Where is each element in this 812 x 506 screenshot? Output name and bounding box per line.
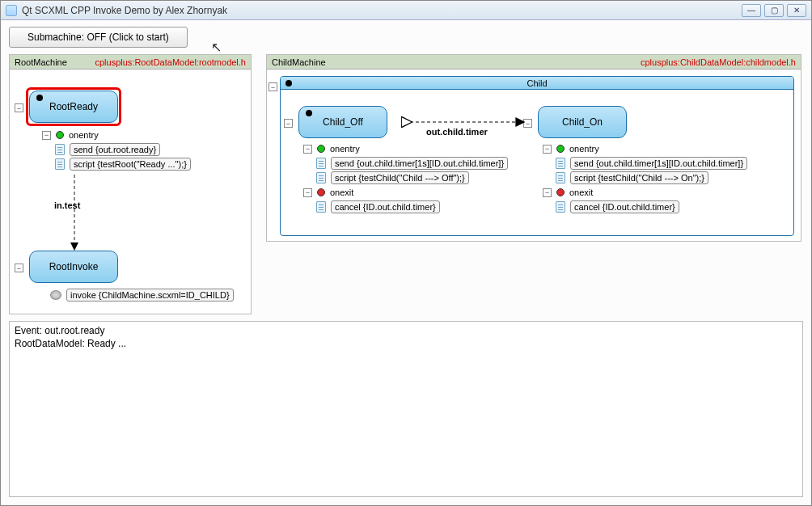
root-send-row: send {out.root.ready} [42,142,244,157]
off-send: send {out.child.timer[1s][ID.out.child.t… [331,157,508,170]
event-log[interactable]: Event: out.root.ready RootDataModel: Rea… [9,321,803,497]
tree-toggle[interactable]: − [303,145,312,154]
collapse-toggle[interactable]: − [269,82,277,91]
child-machine-panel: ChildMachine cplusplus:ChildDataModel:ch… [266,54,801,242]
initial-marker-icon [36,95,43,101]
on-script: script {testChild("Child ---> On");} [570,171,708,184]
close-button[interactable]: ✕ [787,4,806,17]
app-icon [6,5,17,16]
invoke-icon [50,290,61,300]
onentry-icon [556,145,565,153]
log-line: RootDataModel: Ready ... [15,338,797,351]
onentry-icon [56,131,64,139]
send-icon [556,158,565,169]
state-child-off-label: Child_Off [323,116,363,128]
script-icon [55,158,65,170]
tree-toggle[interactable]: − [543,188,552,197]
child-edge-label: out.child.timer [426,127,488,137]
submachine-toggle-button[interactable]: Submachine: OFF (Click to start) [9,27,188,48]
minimize-button[interactable]: — [742,4,761,17]
on-onexit: onexit [569,188,593,197]
collapse-toggle[interactable]: − [523,119,532,128]
onentry-icon [317,145,325,153]
root-invoke-row: invoke {ChildMachine.scxml=ID_CHILD} [42,288,234,302]
cancel-icon [556,201,565,213]
state-root-ready-label: RootReady [49,101,98,112]
off-onentry: onentry [330,144,360,154]
root-script-row: script {testRoot("Ready ...");} [42,157,244,171]
root-onentry-row: − onentry [42,128,244,142]
collapse-toggle[interactable]: − [15,103,23,112]
tree-toggle[interactable]: − [42,131,51,140]
off-script: script {testChild("Child ---> Off");} [331,171,469,184]
off-onexit: onexit [330,188,353,197]
root-panel-meta: cplusplus:RootDataModel:rootmodel.h [95,57,247,67]
client-area: Submachine: OFF (Click to start) ↖ RootM… [1,20,811,505]
child-panel-title: ChildMachine [272,57,326,67]
state-child-off[interactable]: Child_Off [298,106,387,138]
send-icon [55,144,65,155]
collapse-toggle[interactable]: − [284,119,293,128]
root-edge-label: in.test [54,200,80,210]
on-onentry: onentry [569,144,599,154]
titlebar[interactable]: Qt SCXML CPP Invoke Demo by Alex Zhornya… [1,1,811,20]
tree-toggle[interactable]: − [303,188,312,197]
state-root-invoke[interactable]: RootInvoke [29,251,118,283]
send-icon [316,158,326,169]
on-send: send {out.child.timer[1s][ID.out.child.t… [570,157,747,170]
compound-child-title: Child [527,78,547,88]
child-panel-meta: cplusplus:ChildDataModel:childmodel.h [641,57,796,67]
root-machine-panel: RootMachine cplusplus:RootDataModel:root… [9,54,252,314]
on-cancel: cancel {ID.out.child.timer} [570,200,679,213]
state-root-invoke-label: RootInvoke [49,261,99,272]
root-onentry-label: onentry [69,130,99,140]
root-send-text: send {out.root.ready} [70,143,160,156]
maximize-button[interactable]: ▢ [764,4,784,17]
compound-child: Child − Child_Off −onentry send {ou [280,76,794,236]
state-child-on[interactable]: Child_On [538,106,627,138]
state-child-on-label: Child_On [562,116,603,128]
script-icon [556,172,565,183]
onexit-icon [317,188,325,196]
initial-marker-icon [285,80,292,86]
cancel-icon [316,201,326,213]
tree-toggle[interactable]: − [543,145,552,154]
window-title: Qt SCXML CPP Invoke Demo by Alex Zhornya… [22,5,227,16]
root-script-text: script {testRoot("Ready ...");} [70,158,191,171]
onexit-icon [556,188,565,196]
initial-marker-icon [306,110,312,116]
root-invoke-text: invoke {ChildMachine.scxml=ID_CHILD} [66,289,234,301]
log-line: Event: out.root.ready [15,325,797,338]
state-root-ready[interactable]: RootReady [29,91,118,123]
root-panel-title: RootMachine [15,57,67,67]
app-window: Qt SCXML CPP Invoke Demo by Alex Zhornya… [0,0,812,506]
collapse-toggle[interactable]: − [15,264,23,272]
off-cancel: cancel {ID.out.child.timer} [331,200,440,213]
script-icon [316,172,326,183]
